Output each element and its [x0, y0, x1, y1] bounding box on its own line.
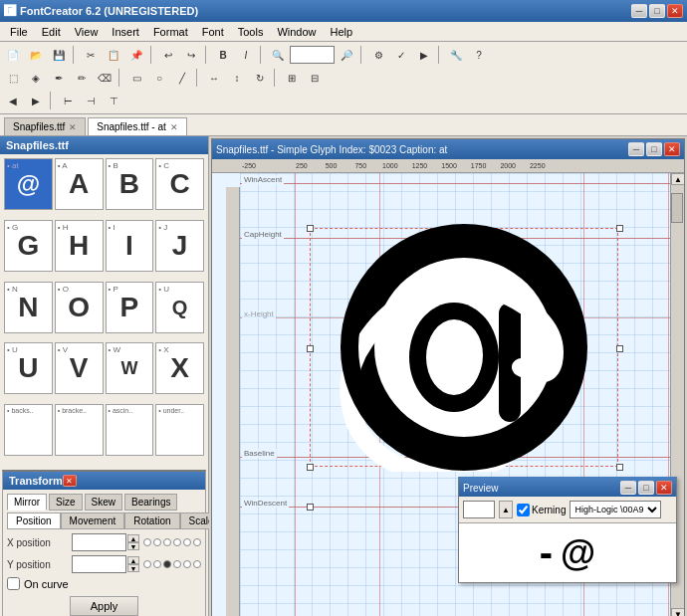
zoom-in-btn[interactable]: 🔍	[267, 45, 289, 65]
menu-insert[interactable]: Insert	[106, 24, 145, 40]
char-cell-W[interactable]: • W W	[106, 342, 154, 394]
x-radio-1[interactable]	[143, 538, 151, 546]
align-center-btn[interactable]: ⊣	[80, 91, 102, 110]
char-cell-N[interactable]: • N N	[4, 282, 53, 333]
new-btn[interactable]: 📄	[2, 45, 24, 65]
properties-btn[interactable]: ⚙	[367, 45, 389, 65]
char-cell-brack[interactable]: • bracke..	[55, 404, 104, 456]
tab-snapfiles[interactable]: Snapfiles.ttf ✕	[4, 117, 86, 135]
on-curve-checkbox[interactable]	[7, 577, 20, 590]
tab-mirror[interactable]: Mirror	[7, 494, 47, 511]
tab-snapfiles-close[interactable]: ✕	[69, 122, 77, 132]
x-radio-5[interactable]	[183, 538, 191, 546]
rect-btn[interactable]: ▭	[125, 68, 147, 88]
transform-close[interactable]: ✕	[63, 475, 77, 487]
y-spin-down[interactable]: ▼	[127, 564, 139, 572]
preview-dropdown[interactable]: High-Logic \00A9	[570, 501, 661, 518]
next-btn[interactable]: ▶	[25, 91, 47, 110]
x-spin-down[interactable]: ▼	[127, 542, 139, 550]
y-radio-2[interactable]	[153, 560, 161, 568]
x-radio-3[interactable]	[163, 538, 171, 546]
menu-file[interactable]: File	[4, 24, 34, 40]
sub-tab-position[interactable]: Position	[7, 513, 61, 529]
select-btn[interactable]: ⬚	[2, 68, 24, 88]
tab-snapfiles-at-close[interactable]: ✕	[170, 122, 178, 132]
node-btn[interactable]: ◈	[25, 68, 47, 88]
char-cell-V[interactable]: • V V	[55, 342, 104, 394]
char-cell-G[interactable]: • G G	[4, 220, 53, 272]
char-cell-ascin[interactable]: • ascin..	[106, 404, 154, 456]
redo-btn[interactable]: ↪	[180, 45, 202, 65]
snap-btn[interactable]: ⊟	[304, 68, 326, 88]
y-radio-6[interactable]	[193, 560, 201, 568]
maximize-button[interactable]: □	[649, 4, 665, 18]
menu-tools[interactable]: Tools	[232, 24, 270, 40]
flip-v-btn[interactable]: ↕	[226, 68, 248, 88]
menu-help[interactable]: Help	[325, 24, 359, 40]
glyph-close[interactable]: ✕	[664, 142, 680, 156]
cut-btn[interactable]: ✂	[80, 45, 102, 65]
char-cell-at[interactable]: • at @	[4, 158, 53, 210]
sub-tab-movement[interactable]: Movement	[61, 513, 125, 529]
char-cell-H[interactable]: • H H	[55, 220, 104, 272]
close-button[interactable]: ✕	[667, 4, 683, 18]
copy-btn[interactable]: 📋	[103, 45, 124, 65]
flip-h-btn[interactable]: ↔	[203, 68, 225, 88]
v-scroll-thumb[interactable]	[671, 193, 683, 223]
tab-skew[interactable]: Skew	[85, 494, 122, 511]
zoom-out-btn[interactable]: 🔎	[336, 45, 357, 65]
v-scroll-up[interactable]: ▲	[671, 173, 684, 185]
x-radio-2[interactable]	[153, 538, 161, 546]
char-cell-J[interactable]: • J J	[155, 220, 204, 272]
help-btn[interactable]: ?	[468, 45, 490, 65]
zoom-input[interactable]: 16.21%	[290, 46, 335, 64]
y-radio-1[interactable]	[143, 560, 151, 568]
settings-btn[interactable]: 🔧	[445, 45, 467, 65]
tab-bearings[interactable]: Bearings	[124, 494, 177, 511]
minimize-button[interactable]: ─	[631, 4, 647, 18]
y-radio-4[interactable]	[173, 560, 181, 568]
validate-btn[interactable]: ✓	[390, 45, 412, 65]
char-cell-Q[interactable]: • U Q	[155, 282, 204, 333]
x-radio-4[interactable]	[173, 538, 181, 546]
x-spin-up[interactable]: ▲	[127, 534, 139, 542]
pencil-btn[interactable]: ✏	[71, 68, 93, 88]
y-radio-3[interactable]	[163, 560, 171, 568]
char-cell-A[interactable]: • A A	[55, 158, 104, 210]
preview-size-up[interactable]: ▲	[499, 501, 513, 518]
menu-font[interactable]: Font	[196, 24, 230, 40]
char-cell-U[interactable]: • U U	[4, 342, 53, 394]
align-right-btn[interactable]: ⊤	[103, 91, 124, 110]
y-spin-up[interactable]: ▲	[127, 556, 139, 564]
y-position-input[interactable]: -418	[72, 555, 126, 573]
pen-btn[interactable]: ✒	[48, 68, 70, 88]
char-cell-under[interactable]: • under..	[155, 404, 204, 456]
eraser-btn[interactable]: ⌫	[94, 68, 115, 88]
line-btn[interactable]: ╱	[171, 68, 193, 88]
bold-btn[interactable]: B	[212, 45, 234, 65]
menu-window[interactable]: Window	[271, 24, 322, 40]
save-btn[interactable]: 💾	[48, 45, 70, 65]
x-position-input[interactable]: 100	[72, 533, 126, 551]
grid-btn[interactable]: ⊞	[281, 68, 303, 88]
glyph-maximize[interactable]: □	[646, 142, 662, 156]
test-btn[interactable]: ▶	[413, 45, 435, 65]
tab-size[interactable]: Size	[49, 494, 82, 511]
kerning-checkbox[interactable]	[517, 504, 530, 516]
char-cell-X[interactable]: • X X	[155, 342, 204, 394]
v-scroll-down[interactable]: ▼	[671, 608, 684, 616]
char-cell-B[interactable]: • B B	[106, 158, 154, 210]
sub-tab-rotation[interactable]: Rotation	[124, 513, 179, 529]
menu-view[interactable]: View	[69, 24, 105, 40]
rotate-btn[interactable]: ↻	[249, 68, 271, 88]
ellipse-btn[interactable]: ○	[148, 68, 170, 88]
char-cell-P[interactable]: • P P	[106, 282, 154, 333]
preview-minimize[interactable]: ─	[620, 481, 636, 495]
preview-size-input[interactable]: 32	[463, 501, 495, 518]
preview-maximize[interactable]: □	[638, 481, 654, 495]
tab-snapfiles-at[interactable]: Snapfiles.ttf - at ✕	[88, 117, 186, 135]
menu-edit[interactable]: Edit	[36, 24, 67, 40]
handle-wd-l[interactable]	[307, 504, 314, 511]
prev-btn[interactable]: ◀	[2, 91, 24, 110]
apply-button[interactable]: Apply	[70, 596, 139, 616]
